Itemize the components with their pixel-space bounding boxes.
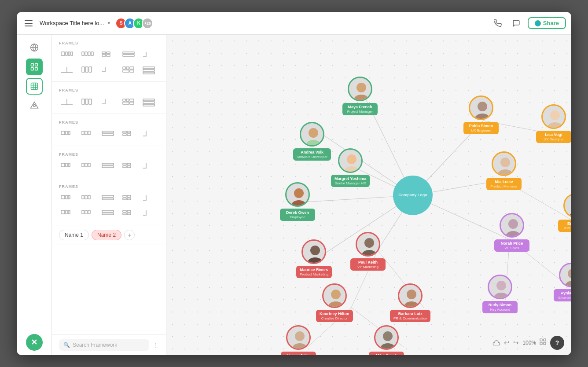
frame-icon[interactable]: [141, 129, 157, 141]
svg-rect-83: [123, 195, 126, 197]
frame-icon[interactable]: [100, 65, 116, 77]
frame-icon[interactable]: [121, 161, 136, 173]
frame-icon[interactable]: [141, 50, 157, 62]
frame-icon[interactable]: [80, 50, 96, 62]
grid-icon[interactable]: [540, 338, 547, 347]
svg-rect-88: [66, 210, 67, 214]
node-photo-pablo: [469, 95, 493, 120]
frame-icon[interactable]: [80, 193, 96, 206]
svg-rect-63: [61, 163, 65, 167]
frame-icon[interactable]: [141, 65, 157, 77]
search-input[interactable]: 🔍 Search Framework: [59, 339, 149, 351]
share-button[interactable]: 🌐 Share: [528, 17, 566, 29]
node-eric[interactable]: Eric Yule iOS Developer: [558, 193, 571, 232]
tab-name1[interactable]: Name 1: [59, 230, 89, 240]
svg-point-136: [478, 102, 487, 111]
frame-icon[interactable]: [59, 161, 75, 173]
node-maurice[interactable]: Maurice Rivers Product Marketing: [296, 239, 332, 278]
svg-point-130: [407, 290, 416, 299]
frame-icon[interactable]: [100, 161, 116, 173]
cloud-icon[interactable]: [492, 339, 500, 347]
tab-name2[interactable]: Name 2: [92, 230, 121, 240]
phone-button[interactable]: [491, 16, 505, 30]
svg-rect-150: [540, 339, 542, 341]
svg-rect-45: [130, 99, 134, 101]
svg-rect-41: [85, 99, 88, 104]
node-mia[interactable]: Mia Luise Product Manager: [486, 151, 522, 190]
undo-icon[interactable]: ↩: [504, 339, 510, 347]
share-label: Share: [543, 20, 559, 26]
frame-icon[interactable]: [59, 129, 75, 141]
node-kourtney[interactable]: Kourtney Hilton Creative Director: [316, 283, 353, 322]
menu-button[interactable]: [22, 17, 35, 30]
svg-rect-12: [66, 52, 67, 55]
frame-icon[interactable]: [141, 97, 157, 109]
svg-rect-90: [82, 210, 84, 214]
frame-icon[interactable]: [121, 129, 136, 141]
frame-icon[interactable]: [80, 161, 96, 173]
node-vivian[interactable]: Vivian Wilks Video Production: [281, 325, 316, 355]
svg-point-138: [500, 158, 510, 167]
frame-icon[interactable]: [121, 193, 136, 206]
frame-icon[interactable]: [59, 208, 75, 220]
svg-rect-32: [130, 67, 134, 69]
svg-rect-16: [85, 52, 87, 55]
svg-rect-14: [71, 52, 73, 55]
node-norah[interactable]: Norah Price VP Sales: [494, 213, 529, 252]
canvas[interactable]: Company Logo Maya French Project Manager: [166, 35, 571, 355]
frames-grid-3: [59, 129, 159, 141]
frame-icon[interactable]: [121, 97, 136, 109]
svg-point-118: [309, 128, 318, 138]
frame-icon[interactable]: [59, 65, 75, 77]
search-placeholder: Search Framework: [73, 342, 117, 348]
frame-icon[interactable]: [100, 193, 116, 206]
tab-add-button[interactable]: +: [124, 230, 135, 240]
node-aynia[interactable]: Aynia Patel Enterprise Sales: [554, 263, 571, 301]
frame-icon[interactable]: [100, 208, 116, 220]
svg-rect-71: [123, 163, 126, 165]
frame-icon[interactable]: [80, 97, 96, 109]
frame-icon[interactable]: [141, 193, 157, 206]
frame-icon[interactable]: [100, 129, 116, 141]
chevron-down-icon: ▼: [107, 21, 111, 26]
help-button[interactable]: ?: [550, 336, 564, 350]
frame-icon[interactable]: [80, 65, 96, 77]
node-margret[interactable]: Margret Yoshima Senior Manager HR: [331, 148, 370, 187]
close-icon: ✕: [31, 338, 37, 346]
toolbar-grid-icon[interactable]: [26, 59, 43, 75]
workspace-title[interactable]: Workspace Title here lo... ▼: [40, 20, 111, 26]
node-andrea[interactable]: Andrea Volk Software Developer: [293, 122, 331, 161]
frame-icon[interactable]: [59, 193, 75, 206]
node-rudy[interactable]: Rudy Simon Key Account: [482, 275, 518, 313]
toolbar-shape-icon[interactable]: [26, 97, 43, 114]
frame-icon[interactable]: [141, 208, 157, 220]
node-derek[interactable]: Derek Owen Employee: [280, 182, 315, 221]
svg-rect-20: [107, 52, 110, 54]
toolbar-close-button[interactable]: ✕: [26, 334, 43, 351]
node-mike[interactable]: Mike Jacob Graphic Designer: [369, 325, 404, 355]
node-paul[interactable]: Paul Keith VP Marketing: [350, 232, 386, 271]
node-barbara[interactable]: Barbara Lutz PR & Communication: [390, 283, 430, 322]
frame-icon[interactable]: [121, 50, 136, 62]
frame-icon[interactable]: [121, 208, 136, 220]
toolbar-knot-icon[interactable]: [26, 39, 43, 56]
node-lisa[interactable]: Lisa Vogt UX Designer: [536, 104, 571, 143]
frame-icon[interactable]: [59, 97, 75, 109]
frame-icon[interactable]: [80, 129, 96, 141]
node-pablo[interactable]: Pablo Simon UX Engineer: [463, 95, 499, 134]
node-maya[interactable]: Maya French Project Manager: [342, 77, 378, 115]
toolbar-frame-icon[interactable]: [26, 78, 43, 95]
node-photo-mike: [374, 325, 399, 350]
frame-icon[interactable]: [141, 161, 157, 173]
svg-rect-72: [127, 163, 131, 165]
redo-icon[interactable]: ↪: [513, 339, 519, 347]
svg-point-147: [493, 293, 509, 299]
frame-icon[interactable]: [121, 65, 136, 77]
more-button[interactable]: ⋮: [153, 341, 159, 349]
frames-grid-2: [59, 97, 159, 109]
frame-icon[interactable]: [59, 50, 75, 62]
chat-button[interactable]: [509, 16, 523, 30]
frame-icon[interactable]: [80, 208, 96, 220]
frame-icon[interactable]: [100, 97, 116, 109]
frame-icon[interactable]: [100, 50, 116, 62]
